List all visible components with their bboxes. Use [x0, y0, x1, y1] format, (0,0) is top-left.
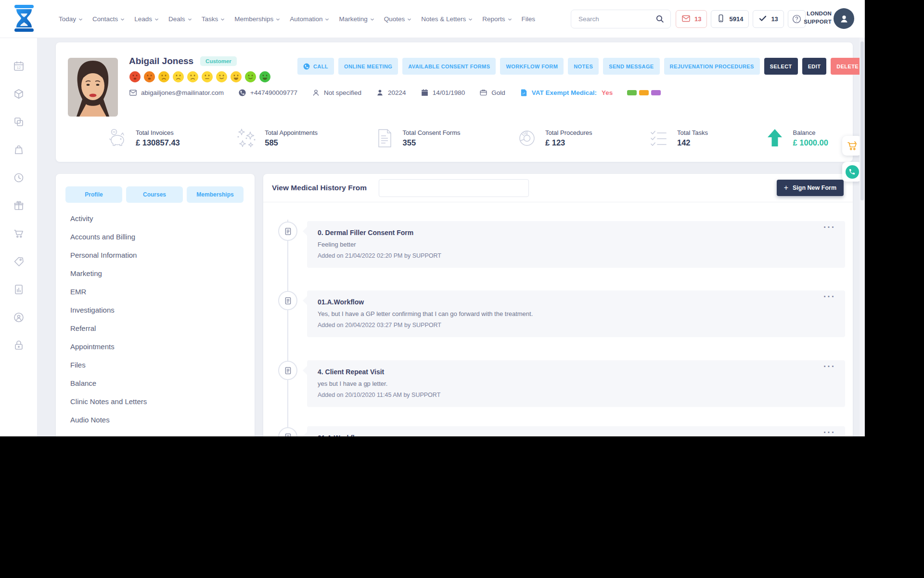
sidebar-item-accounts-and-billing[interactable]: Accounts and Billing — [70, 227, 245, 246]
history-entry-body: yes but I have a gp letter. — [318, 380, 834, 387]
report-icon[interactable] — [13, 284, 25, 295]
menu-item-quotes[interactable]: Quotes — [384, 15, 412, 23]
bag-icon[interactable] — [13, 144, 25, 156]
app-window: TodayContactsLeadsDealsTasksMembershipsA… — [0, 0, 865, 436]
phone-badge[interactable]: 5914 — [711, 10, 749, 28]
sidebar-item-balance[interactable]: Balance — [70, 374, 245, 392]
mood-face-5[interactable] — [187, 71, 199, 83]
gift-icon[interactable] — [13, 200, 25, 211]
menu-item-label: Leads — [134, 15, 152, 23]
sidebar-item-clinic-notes-and-letters[interactable]: Clinic Notes and Letters — [70, 392, 245, 410]
tab-courses[interactable]: Courses — [126, 186, 183, 203]
mood-face-10[interactable] — [259, 71, 271, 83]
user-avatar[interactable] — [834, 8, 854, 29]
stat-balance: Balance£ 1000.00 — [764, 127, 828, 149]
sign-new-form-button[interactable]: + Sign New Form — [777, 180, 844, 196]
tab-profile[interactable]: Profile — [65, 186, 122, 203]
scrollbar-thumb[interactable] — [860, 41, 864, 200]
menu-item-deals[interactable]: Deals — [168, 15, 192, 23]
mood-face-4[interactable] — [172, 71, 184, 83]
sidebar-item-files[interactable]: Files — [70, 355, 245, 374]
patient-vat-status: VAT Exempt Medical:Yes — [520, 89, 613, 97]
call-button[interactable]: CALL — [297, 58, 334, 75]
tag-icon[interactable] — [13, 256, 25, 267]
entry-menu-icon[interactable]: ··· — [823, 291, 835, 302]
vat-doc-icon — [520, 89, 528, 97]
send-message-button[interactable]: SEND MESSAGE — [603, 58, 659, 75]
select-button[interactable]: SELECT — [764, 58, 798, 75]
menu-item-memberships[interactable]: Memberships — [234, 15, 280, 23]
history-entry-title: 01.A.Workflow — [318, 298, 834, 306]
sidebar-item-appointments[interactable]: Appointments — [70, 337, 245, 355]
patient-email[interactable]: abigailjones@mailinator.com — [129, 89, 224, 97]
contact-card-icon[interactable] — [13, 312, 25, 323]
menu-item-today[interactable]: Today — [59, 15, 83, 23]
menu-item-contacts[interactable]: Contacts — [92, 15, 125, 23]
mood-face-8[interactable] — [230, 71, 242, 83]
patient-id: 20224 — [376, 89, 406, 97]
menu-item-tasks[interactable]: Tasks — [202, 15, 225, 23]
membership-card-icon — [479, 89, 488, 97]
calendar-icon[interactable]: 12 — [13, 60, 25, 72]
mood-face-9[interactable] — [244, 71, 257, 83]
menu-item-reports[interactable]: Reports — [482, 15, 512, 23]
history-entry-meta: Added on 21/04/2022 02:20 PM by SUPPORT — [318, 252, 834, 259]
entry-menu-icon[interactable]: ··· — [823, 222, 835, 233]
stat-label: Total Tasks — [677, 129, 708, 136]
stat-label: Total Procedures — [545, 129, 592, 136]
sidebar-item-marketing[interactable]: Marketing — [70, 264, 245, 282]
floating-cart-button[interactable] — [842, 136, 862, 156]
menu-item-label: Notes & Letters — [421, 15, 466, 23]
workflow-form-button[interactable]: WORKFLOW FORM — [500, 58, 564, 75]
donut-chart-icon — [516, 127, 538, 149]
edit-button[interactable]: EDIT — [802, 58, 827, 75]
available-consent-forms-button[interactable]: AVAILABLE CONSENT FORMS — [402, 58, 496, 75]
menu-item-notes-letters[interactable]: Notes & Letters — [421, 15, 473, 23]
history-icon[interactable] — [13, 172, 25, 184]
celebration-icon — [235, 127, 257, 149]
package-icon[interactable] — [13, 88, 25, 100]
menu-item-marketing[interactable]: Marketing — [339, 15, 374, 23]
entry-menu-icon[interactable]: ··· — [823, 361, 835, 372]
patient-tier-value: Gold — [491, 89, 505, 96]
mood-face-1[interactable] — [129, 71, 141, 83]
patient-color-tags — [627, 90, 661, 95]
mood-rating-scale — [129, 71, 271, 83]
online-meeting-button[interactable]: ONLINE MEETING — [338, 58, 398, 75]
sidebar-item-activity[interactable]: Activity — [70, 209, 245, 227]
calendar-solid-icon — [421, 89, 429, 97]
mood-face-6[interactable] — [201, 71, 213, 83]
notes-button[interactable]: NOTES — [568, 58, 599, 75]
sidebar-item-emr[interactable]: EMR — [70, 282, 245, 301]
rejuvenation-procedures-button[interactable]: REJUVENATION PROCEDURES — [664, 58, 760, 75]
mood-face-7[interactable] — [216, 71, 228, 83]
timeline-doc-icon — [278, 291, 297, 310]
mood-face-3[interactable] — [158, 71, 170, 83]
patient-phone[interactable]: +447490009777 — [238, 89, 297, 97]
menu-item-automation[interactable]: Automation — [290, 15, 329, 23]
search-icon[interactable] — [649, 10, 670, 28]
tab-memberships[interactable]: Memberships — [187, 186, 244, 203]
sidebar-item-referral[interactable]: Referral — [70, 319, 245, 337]
main-menu: TodayContactsLeadsDealsTasksMembershipsA… — [59, 0, 535, 38]
lock-icon[interactable] — [13, 340, 25, 351]
app-logo-hourglass-icon[interactable] — [13, 4, 36, 34]
medical-history-date-input[interactable] — [379, 179, 529, 197]
sidebar-item-investigations[interactable]: Investigations — [70, 301, 245, 319]
search-input[interactable]: Search — [571, 10, 671, 28]
mood-face-2[interactable] — [143, 71, 155, 83]
floating-call-button[interactable] — [842, 162, 862, 182]
sidebar-item-personal-information[interactable]: Personal Information — [70, 246, 245, 264]
cart-icon[interactable] — [13, 228, 25, 239]
stat-label: Total Invoices — [136, 129, 180, 136]
stat-value: £ 130857.43 — [136, 138, 180, 147]
tasks-badge[interactable]: 13 — [753, 10, 783, 28]
duplicate-icon[interactable] — [13, 116, 25, 128]
menu-item-leads[interactable]: Leads — [134, 15, 159, 23]
entry-menu-icon[interactable]: ··· — [823, 427, 835, 436]
menu-item-files[interactable]: Files — [522, 15, 536, 23]
patient-email-value: abigailjones@mailinator.com — [141, 89, 224, 96]
messages-badge[interactable]: 13 — [676, 10, 707, 28]
sidebar-item-audio-notes[interactable]: Audio Notes — [70, 410, 245, 429]
timeline-doc-icon — [278, 361, 297, 380]
